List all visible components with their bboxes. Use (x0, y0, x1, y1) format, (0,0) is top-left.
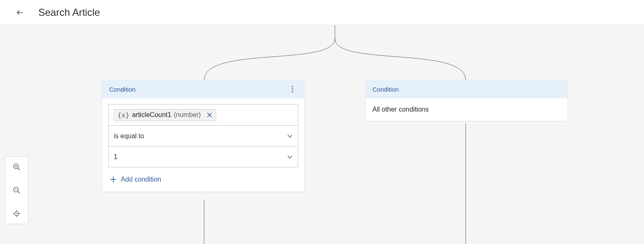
page-header: Search Article (0, 0, 644, 25)
condition-table: {x} articleCount1 (number) is equal to 1 (108, 104, 298, 167)
condition-title: Condition (109, 86, 135, 93)
zoom-in-icon (12, 163, 21, 171)
variable-name: articleCount1 (132, 111, 171, 119)
condition-operator-select[interactable]: is equal to (109, 125, 298, 146)
target-icon (12, 209, 21, 218)
variable-icon: {x} (117, 111, 130, 119)
svg-point-4 (292, 88, 293, 90)
svg-line-11 (18, 168, 20, 170)
zoom-in-button[interactable] (10, 160, 23, 174)
operator-value: is equal to (114, 132, 144, 140)
condition-node[interactable]: Condition {x} articleCount1 (number) (102, 80, 304, 192)
zoom-out-icon (12, 186, 21, 194)
condition-title: Condition (372, 86, 399, 93)
condition-else-body: All other conditions (366, 98, 567, 121)
condition-value-select[interactable]: 1 (109, 146, 298, 167)
zoom-out-button[interactable] (10, 184, 23, 197)
zoom-toolbar (5, 157, 28, 224)
fit-view-button[interactable] (10, 207, 23, 220)
condition-value: 1 (114, 153, 117, 161)
svg-point-5 (292, 91, 293, 92)
add-condition-label: Add condition (121, 176, 161, 183)
node-menu-button[interactable] (287, 84, 297, 94)
svg-point-3 (292, 86, 293, 87)
condition-node-else[interactable]: Condition All other conditions (366, 80, 567, 121)
condition-body: {x} articleCount1 (number) is equal to 1 (102, 98, 304, 192)
condition-header: Condition (366, 80, 567, 98)
svg-point-18 (16, 213, 17, 214)
svg-line-15 (18, 192, 20, 194)
chevron-down-icon (287, 133, 293, 139)
variable-chip[interactable]: {x} articleCount1 (number) (114, 109, 216, 121)
plus-icon (110, 176, 117, 183)
add-condition-button[interactable]: Add condition (108, 173, 163, 186)
close-icon (207, 112, 212, 118)
connector-lines (0, 25, 644, 244)
arrow-left-icon (16, 8, 24, 17)
chevron-down-icon (287, 154, 293, 160)
condition-variable-row[interactable]: {x} articleCount1 (number) (109, 105, 298, 125)
page-title: Search Article (38, 7, 100, 18)
condition-header: Condition (102, 80, 304, 98)
remove-variable-button[interactable] (207, 112, 212, 118)
kebab-icon (292, 86, 293, 92)
variable-type: (number) (174, 111, 201, 119)
back-button[interactable] (13, 6, 27, 19)
flow-canvas[interactable]: Condition {x} articleCount1 (number) (0, 25, 644, 244)
